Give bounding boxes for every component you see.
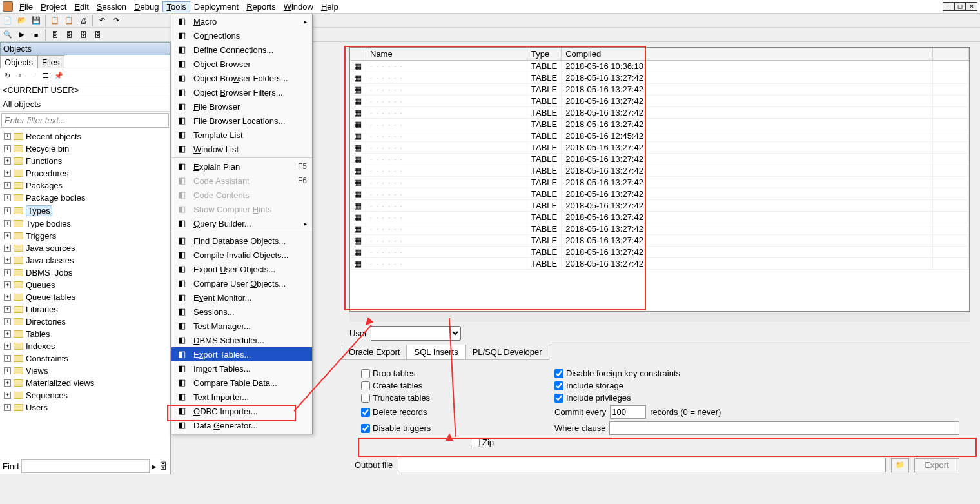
tree-directories[interactable]: +Directories xyxy=(0,316,170,328)
tb-undo-icon[interactable]: ↶ xyxy=(95,14,108,27)
tree-procedures[interactable]: +Procedures xyxy=(0,167,170,179)
table-row[interactable]: ▦· · · · · ·TABLE2018-05-16 13:27:42 xyxy=(350,154,969,165)
tools-dbms-scheduler-[interactable]: ◧DBMS Scheduler... xyxy=(172,333,312,347)
table-row[interactable]: ▦· · · · · ·TABLE2018-05-16 13:27:42 xyxy=(350,142,969,154)
tree-tables[interactable]: +Tables xyxy=(0,328,170,340)
table-row[interactable]: ▦· · · · · ·TABLE2018-05-16 13:27:42 xyxy=(350,84,969,96)
table-row[interactable]: ▦· · · · · ·TABLE2018-05-16 13:27:42 xyxy=(350,200,969,212)
tb-open-icon[interactable]: 📂 xyxy=(15,14,28,27)
browse-button[interactable]: 📁 xyxy=(891,458,909,472)
table-row[interactable]: ▦· · · · · ·TABLE2018-05-16 13:27:42 xyxy=(350,107,969,119)
tools-object-browser-folders-[interactable]: ◧Object Browser Folders... xyxy=(172,71,312,85)
output-file-input[interactable] xyxy=(398,458,886,472)
tb-copy-icon[interactable]: 📋 xyxy=(48,14,61,27)
export-button[interactable]: Export xyxy=(914,458,959,472)
menu-tools[interactable]: Tools xyxy=(162,1,190,12)
tools-export-tables-[interactable]: ◧Export Tables... xyxy=(172,347,312,361)
menu-edit[interactable]: Edit xyxy=(70,1,92,12)
tb-new-icon[interactable]: 📄 xyxy=(1,14,14,27)
tools-object-browser[interactable]: ◧Object Browser xyxy=(172,57,312,71)
menu-reports[interactable]: Reports xyxy=(242,1,280,12)
table-row[interactable]: ▦· · · · · ·TABLE2018-05-16 13:27:42 xyxy=(350,119,969,130)
close-button[interactable]: × xyxy=(966,2,977,11)
tree-libraries[interactable]: +Libraries xyxy=(0,303,170,316)
table-row[interactable]: ▦· · · · · ·TABLE2018-05-16 13:27:42 xyxy=(350,235,969,247)
table-row[interactable]: ▦· · · · · ·TABLE2018-05-16 13:27:42 xyxy=(350,247,969,258)
tools-compare-table-data-[interactable]: ◧Compare Table Data... xyxy=(172,376,312,390)
tree-materialized-views[interactable]: +Materialized views xyxy=(0,377,170,389)
h-scrollbar[interactable] xyxy=(349,312,970,322)
find-db-icon[interactable]: 🗄 xyxy=(159,461,168,471)
tree-type-bodies[interactable]: +Type bodies xyxy=(0,217,170,230)
tb-redo-icon[interactable]: ↷ xyxy=(110,14,122,27)
tree-recycle-bin[interactable]: +Recycle bin xyxy=(0,143,170,155)
chk-drop[interactable]: Drop tables xyxy=(361,368,464,378)
tools-compare-user-objects-[interactable]: ◧Compare User Objects... xyxy=(172,276,312,290)
table-row[interactable]: ▦· · · · · ·TABLE2018-05-16 13:27:42 xyxy=(350,177,969,188)
tree-sequences[interactable]: +Sequences xyxy=(0,389,170,401)
table-row[interactable]: ▦· · · · · ·TABLE2018-05-16 13:27:42 xyxy=(350,165,969,177)
tree-users[interactable]: +Users xyxy=(0,401,170,414)
col-name[interactable]: Name xyxy=(366,48,527,61)
tab-files[interactable]: Files xyxy=(37,55,64,68)
commit-every-input[interactable] xyxy=(610,405,646,419)
tools-object-browser-filters-[interactable]: ◧Object Browser Filters... xyxy=(172,85,312,99)
tools-import-tables-[interactable]: ◧Import Tables... xyxy=(172,361,312,376)
scope-row[interactable]: All objects xyxy=(0,97,170,112)
find-next-icon[interactable]: ▸ xyxy=(152,461,157,471)
col-compiled[interactable]: Compiled xyxy=(562,48,933,61)
refresh-icon[interactable]: ↻ xyxy=(1,70,13,81)
tools-template-list[interactable]: ◧Template List xyxy=(172,128,312,142)
tree-constraints[interactable]: +Constraints xyxy=(0,352,170,365)
tools-export-user-objects-[interactable]: ◧Export User Objects... xyxy=(172,262,312,276)
expand-icon[interactable]: − xyxy=(27,70,39,81)
tree-java-sources[interactable]: +Java sources xyxy=(0,242,170,254)
menu-help[interactable]: Help xyxy=(317,1,342,12)
chk-truncate[interactable]: Truncate tables xyxy=(361,393,464,403)
menu-deployment[interactable]: Deployment xyxy=(190,1,242,12)
tools-connections[interactable]: ◧Connections xyxy=(172,28,312,43)
tools-file-browser-locations-[interactable]: ◧File Browser Locations... xyxy=(172,114,312,128)
table-row[interactable]: ▦· · · · · ·TABLE2018-05-16 13:27:42 xyxy=(350,188,969,200)
menu-session[interactable]: Session xyxy=(93,1,130,12)
user-select[interactable] xyxy=(371,326,461,341)
tree-views[interactable]: +Views xyxy=(0,365,170,377)
find-input[interactable] xyxy=(21,459,150,473)
tree-java-classes[interactable]: +Java classes xyxy=(0,254,170,267)
table-row[interactable]: ▦· · · · · ·TABLE2018-05-16 13:27:42 xyxy=(350,96,969,107)
table-row[interactable]: ▦· · · · · ·TABLE2018-05-16 13:27:42 xyxy=(350,258,969,270)
tools-test-manager-[interactable]: ◧Test Manager... xyxy=(172,319,312,333)
tools-data-generator-[interactable]: ◧Data Generator... xyxy=(172,418,312,432)
menu-project[interactable]: Project xyxy=(37,1,70,12)
tools-find-database-objects-[interactable]: ◧Find Database Objects... xyxy=(172,234,312,248)
tb-search-icon[interactable]: 🔍 xyxy=(1,28,14,41)
tb-db1-icon[interactable]: 🗄 xyxy=(48,28,61,41)
tree-functions[interactable]: +Functions xyxy=(0,155,170,167)
tree-dbms_jobs[interactable]: +DBMS_Jobs xyxy=(0,267,170,279)
tb-db2-icon[interactable]: 🗄 xyxy=(63,28,75,41)
table-row[interactable]: ▦· · · · · ·TABLE2018-05-16 13:27:42 xyxy=(350,72,969,84)
tb-db3-icon[interactable]: 🗄 xyxy=(77,28,90,41)
tools-text-importer-[interactable]: ◧Text Importer... xyxy=(172,390,312,404)
tb-print-icon[interactable]: 🖨 xyxy=(77,14,90,27)
current-user-row[interactable]: <CURRENT USER> xyxy=(0,83,170,97)
tab-sql-inserts[interactable]: SQL Inserts xyxy=(407,345,465,360)
tools-event-monitor-[interactable]: ◧Event Monitor... xyxy=(172,290,312,305)
pin-icon[interactable]: 📌 xyxy=(53,70,64,81)
tools-compile-invalid-objects-[interactable]: ◧Compile Invalid Objects... xyxy=(172,248,312,262)
tools-define-connections-[interactable]: ◧Define Connections... xyxy=(172,43,312,57)
tools-sessions-[interactable]: ◧Sessions... xyxy=(172,305,312,319)
tab-plsql-developer[interactable]: PL/SQL Developer xyxy=(466,345,549,360)
tools-odbc-importer-[interactable]: ◧ODBC Importer... xyxy=(172,404,312,418)
tab-objects[interactable]: Objects xyxy=(0,55,37,68)
tree-recent-objects[interactable]: +Recent objects xyxy=(0,130,170,143)
filter-icon[interactable]: ☰ xyxy=(40,70,52,81)
tables-list[interactable]: Name Type Compiled ▦· · · · · ·TABLE2018… xyxy=(349,47,970,312)
tree-queues[interactable]: +Queues xyxy=(0,279,170,291)
chk-create[interactable]: Create tables xyxy=(361,381,464,390)
tools-macro[interactable]: ◧Macro▸ xyxy=(172,14,312,28)
minimize-button[interactable]: _ xyxy=(943,2,954,11)
chk-include-priv[interactable]: Include privileges xyxy=(554,393,959,403)
tools-explain-plan[interactable]: ◧Explain PlanF5 xyxy=(172,159,312,174)
tree-package-bodies[interactable]: +Package bodies xyxy=(0,192,170,204)
